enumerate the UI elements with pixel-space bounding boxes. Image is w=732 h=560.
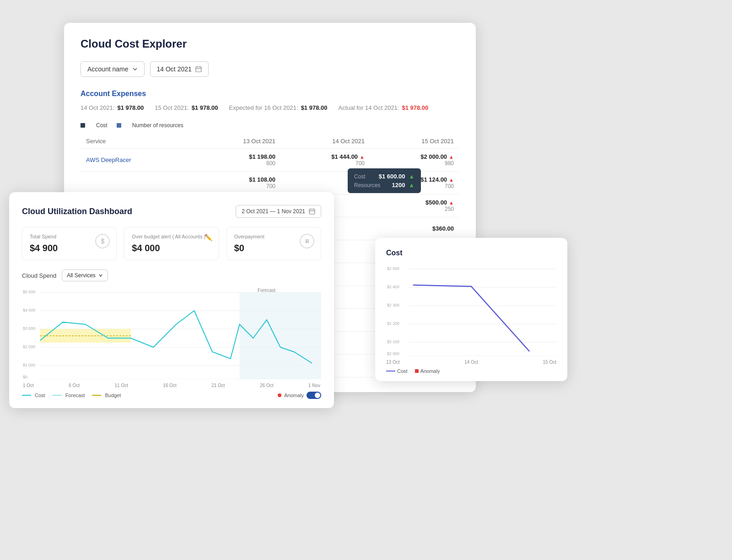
svg-text:$5 000: $5 000 (23, 290, 35, 294)
budget-legend: Budget (92, 393, 121, 398)
filter-row: Account name 14 Oct 2021 (81, 61, 459, 77)
svg-text:$2 000: $2 000 (387, 351, 399, 356)
overpayment-card: Overpayment 🖥 $0 (226, 227, 321, 260)
tooltip-cost-label: Cost (354, 173, 366, 180)
date-range-picker[interactable]: 2 Oct 2021 — 1 Nov 2021 (236, 205, 321, 218)
cost-chart-svg: $2 500 $2 400 $2 300 $2 200 $2 100 $2 00… (386, 264, 556, 356)
date-range-value: 2 Oct 2021 — 1 Nov 2021 (242, 208, 305, 215)
tooltip-resources-value: 1200 ▲ (392, 182, 414, 188)
cost-chart-panel: Cost $2 500 $2 400 $2 300 $2 200 $2 100 … (375, 238, 567, 381)
budget-legend-text: Budget (105, 393, 121, 398)
expense-actual: Actual for 14 Oct 2021: $1 978.00 (338, 104, 428, 111)
anomaly-dot (278, 393, 281, 397)
resources-legend-label: Number of resources (132, 122, 183, 129)
legend-row: Cost Number of resources (81, 122, 459, 129)
svg-text:$4 000: $4 000 (23, 308, 35, 312)
expense-oct15-label: 15 Oct 2021: (155, 104, 188, 111)
expense-oct14-label: 14 Oct 2021: (81, 104, 114, 111)
over-budget-label: Over budget alert ( All Accounts ) (132, 234, 211, 239)
expense-expected-label: Expected for 16 Oct 2021: (229, 104, 298, 111)
cost-tooltip: Cost $1 600.00 ▲ Resources 1200 ▲ (348, 168, 421, 193)
util-title: Cloud Utilization Dashboard (22, 207, 132, 216)
chevron-down-icon (98, 273, 103, 278)
metrics-row: Total Spend $ $4 900 Over budget alert (… (22, 227, 321, 260)
table-row: AWS DeepRacer $1 198.00800 $1 444.00▲700… (81, 149, 459, 172)
x-label-21oct: 21 Oct (211, 383, 225, 388)
account-name-select[interactable]: Account name (81, 61, 145, 77)
svg-rect-21 (240, 292, 321, 379)
cloud-utilization-panel: Cloud Utilization Dashboard 2 Oct 2021 —… (9, 192, 334, 408)
forecast-label: Forecast (258, 288, 275, 293)
col-oct14: 14 Oct 2021 (281, 134, 370, 149)
total-spend-card: Total Spend $ $4 900 (22, 227, 117, 260)
svg-text:$2 000: $2 000 (23, 345, 35, 349)
cell-deepracer-oct14: $1 444.00▲700 (281, 149, 370, 172)
x-label-11oct: 11 Oct (115, 383, 128, 388)
cloud-spend-row: Cloud Spend All Services (22, 269, 321, 281)
cloud-spend-chart: Forecast $5 000 $4 000 $3 000 $2 000 $1 … (22, 288, 321, 379)
svg-rect-0 (196, 67, 201, 72)
cost-legend-line (386, 371, 395, 372)
expense-expected-value: $1 978.00 (301, 104, 328, 111)
forecast-legend-text: Forecast (65, 393, 85, 398)
cell-r4-oct15: $360.00 (370, 217, 459, 240)
cell-deepracer-oct15: $2 000.00▲980 (370, 149, 459, 172)
services-dropdown[interactable]: All Services (62, 269, 108, 281)
over-budget-card: Over budget alert ( All Accounts ) ✏️ $4… (124, 227, 219, 260)
date-picker[interactable]: 14 Oct 2021 (150, 61, 209, 77)
over-budget-value: $4 000 (132, 243, 211, 253)
svg-text:$2 500: $2 500 (387, 266, 399, 271)
svg-text:$0: $0 (23, 375, 27, 379)
anomaly-row: Anomaly (278, 392, 321, 399)
cost-line (22, 395, 31, 396)
calendar-icon (195, 66, 202, 72)
svg-text:$2 100: $2 100 (387, 339, 399, 344)
budget-line (92, 395, 101, 396)
cost-legend: Cost (22, 393, 45, 398)
forecast-line (53, 395, 62, 396)
col-service: Service (81, 134, 194, 149)
svg-text:$1 000: $1 000 (23, 363, 35, 367)
calendar-icon (309, 208, 315, 215)
cost-legend-item: Cost (386, 368, 408, 374)
cost-legend-dot (81, 123, 85, 128)
account-name-label: Account name (87, 65, 129, 73)
date-value: 14 Oct 2021 (157, 65, 192, 73)
cell-deepracer-oct13: $1 198.00800 (194, 149, 281, 172)
cost-chart-legend: Cost Anomaly (386, 368, 556, 374)
anomaly-legend-item: Anomaly (415, 368, 440, 374)
x-label-26oct: 26 Oct (260, 383, 273, 388)
account-expenses-title: Account Expenses (81, 90, 459, 98)
expense-actual-value: $1 978.00 (402, 104, 428, 111)
cell-r2-oct13: $1 108.00700 (194, 172, 281, 194)
cost-legend-label: Cost (96, 122, 108, 129)
svg-text:$2 400: $2 400 (387, 285, 399, 289)
cloud-spend-label: Cloud Spend (22, 272, 56, 279)
cost-legend-text: Cost (35, 393, 45, 398)
cost-chart-area: $2 500 $2 400 $2 300 $2 200 $2 100 $2 00… (386, 264, 556, 356)
service-link-deepracer[interactable]: AWS DeepRacer (86, 156, 131, 163)
col-oct15: 15 Oct 2021 (370, 134, 459, 149)
expense-oct15: 15 Oct 2021: $1 978.00 (155, 104, 218, 111)
x-oct13: 13 Oct (386, 360, 399, 365)
tooltip-resources-label: Resources (354, 182, 380, 188)
expense-expected: Expected for 16 Oct 2021: $1 978.00 (229, 104, 328, 111)
svg-text:$2 300: $2 300 (387, 303, 399, 307)
expense-oct14: 14 Oct 2021: $1 978.00 (81, 104, 144, 111)
anomaly-legend-label: Anomaly (420, 368, 440, 374)
col-oct13: 13 Oct 2021 (194, 134, 281, 149)
cost-chart-title: Cost (386, 249, 556, 257)
x-label-1oct: 1 Oct (23, 383, 34, 388)
x-oct15: 15 Oct (543, 360, 556, 365)
anomaly-legend-dot (415, 369, 419, 373)
spend-chart-svg: $5 000 $4 000 $3 000 $2 000 $1 000 $0 (22, 288, 321, 379)
anomaly-toggle[interactable] (307, 392, 321, 399)
anomaly-label: Anomaly (284, 393, 304, 398)
tooltip-cost-value: $1 600.00 ▲ (379, 173, 414, 180)
x-label-1nov: 1 Nov (308, 383, 320, 388)
cost-legend-label: Cost (397, 368, 408, 374)
monitor-icon: 🖥 (300, 234, 314, 248)
x-label-6oct: 6 Oct (69, 383, 80, 388)
edit-icon[interactable]: ✏️ (205, 234, 212, 241)
expenses-row: 14 Oct 2021: $1 978.00 15 Oct 2021: $1 9… (81, 104, 459, 111)
